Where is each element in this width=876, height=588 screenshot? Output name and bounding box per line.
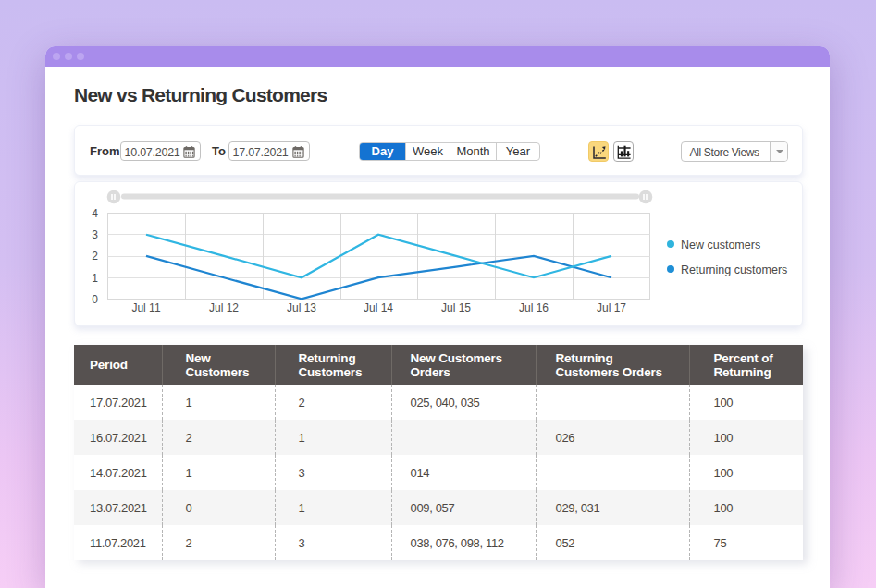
svg-text:Jul 17: Jul 17 — [597, 301, 626, 314]
svg-text:0: 0 — [92, 293, 98, 306]
svg-text:4: 4 — [92, 207, 98, 220]
svg-text:3: 3 — [92, 228, 98, 241]
svg-text:Returning customers: Returning customers — [681, 263, 787, 276]
svg-text:Jul 14: Jul 14 — [364, 301, 393, 314]
svg-text:Jul 16: Jul 16 — [519, 301, 549, 314]
svg-text:Jul 13: Jul 13 — [287, 301, 316, 314]
svg-text:Jul 11: Jul 11 — [131, 301, 160, 314]
svg-text:1: 1 — [92, 272, 98, 285]
svg-text:2: 2 — [92, 250, 98, 263]
svg-text:Jul 15: Jul 15 — [441, 301, 471, 314]
svg-text:New customers: New customers — [681, 239, 760, 251]
svg-text:Jul 12: Jul 12 — [209, 301, 239, 314]
